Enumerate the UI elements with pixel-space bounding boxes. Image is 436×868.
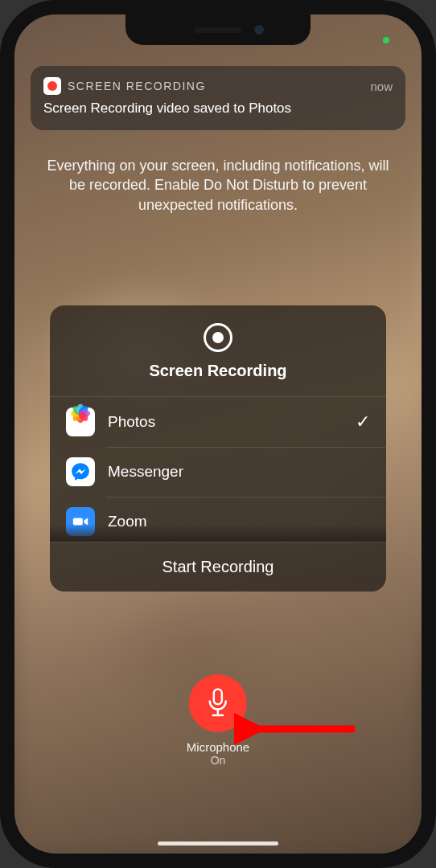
annotation-arrow xyxy=(234,705,363,753)
messenger-app-icon xyxy=(66,457,95,486)
microphone-icon xyxy=(206,688,230,719)
notification-body: Screen Recording video saved to Photos xyxy=(43,100,393,117)
app-row-zoom[interactable]: Zoom xyxy=(50,497,386,542)
panel-header: Screen Recording xyxy=(50,305,386,397)
home-indicator[interactable] xyxy=(158,841,278,845)
notification-banner[interactable]: SCREEN RECORDING now Screen Recording vi… xyxy=(31,66,405,130)
svg-rect-0 xyxy=(73,518,83,525)
notification-time: now xyxy=(370,80,393,93)
screen-recording-app-icon xyxy=(43,77,61,95)
app-row-messenger[interactable]: Messenger xyxy=(50,447,386,497)
app-destination-list[interactable]: Photos ✓ Messenger xyxy=(50,397,386,542)
notification-app-name: SCREEN RECORDING xyxy=(68,80,206,92)
panel-title: Screen Recording xyxy=(50,362,386,380)
device-notch xyxy=(125,14,311,45)
svg-rect-1 xyxy=(214,690,222,705)
record-icon xyxy=(204,323,232,352)
app-name-label: Zoom xyxy=(108,513,370,530)
screen-recording-panel: Screen Recording xyxy=(50,305,386,592)
app-name-label: Messenger xyxy=(108,463,370,481)
privacy-indicator-dot xyxy=(383,37,389,43)
app-name-label: Photos xyxy=(108,413,343,431)
microphone-state: On xyxy=(187,754,249,767)
phone-frame: SCREEN RECORDING now Screen Recording vi… xyxy=(0,0,436,868)
photos-app-icon xyxy=(66,407,95,436)
recording-description: Everything on your screen, including not… xyxy=(47,156,389,215)
start-recording-button[interactable]: Start Recording xyxy=(50,542,386,592)
zoom-app-icon xyxy=(66,507,95,536)
checkmark-icon: ✓ xyxy=(356,411,370,432)
app-row-photos[interactable]: Photos ✓ xyxy=(50,397,386,447)
